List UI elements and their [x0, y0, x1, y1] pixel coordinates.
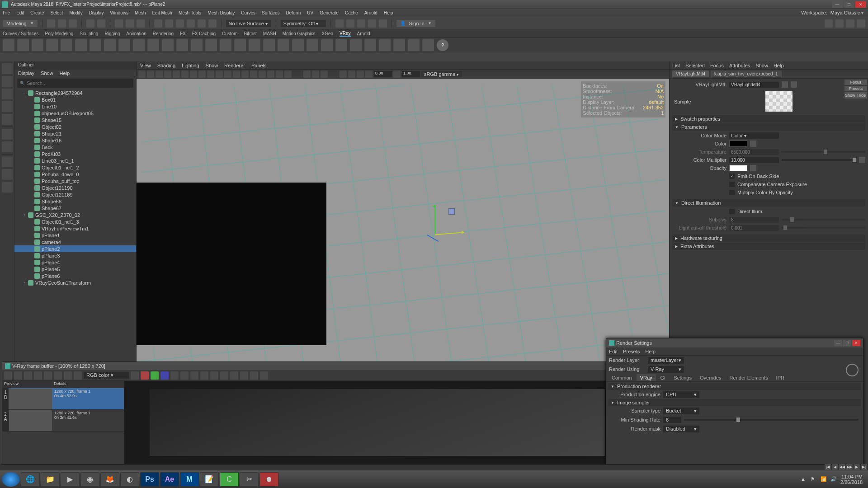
vp-tool-icon[interactable] — [303, 70, 311, 78]
rotate-tool-icon[interactable] — [2, 101, 13, 112]
taskbar-app-icon[interactable]: C — [220, 472, 239, 487]
rs-tab-ipr[interactable]: IPR — [773, 374, 788, 381]
vp-tool-icon[interactable] — [190, 70, 197, 78]
menu-edit-mesh[interactable]: Edit Mesh — [152, 10, 172, 15]
outliner-menu-show[interactable]: Show — [41, 70, 53, 77]
shelf-icon[interactable] — [3, 39, 14, 51]
taskbar-notes-icon[interactable]: 📝 — [200, 472, 219, 487]
vp-tool-icon[interactable] — [276, 70, 283, 78]
vfb-blue-channel-icon[interactable] — [160, 371, 169, 380]
outliner-item[interactable]: Object02 — [14, 123, 136, 130]
layout-icon-4[interactable] — [857, 19, 865, 28]
vfb-red-channel-icon[interactable] — [141, 371, 149, 380]
vp-tool-icon[interactable] — [156, 70, 163, 78]
outliner-item[interactable]: Shape16 — [14, 137, 136, 144]
shelf-icon[interactable] — [307, 39, 318, 51]
menu-help[interactable]: Help — [384, 10, 393, 15]
shelf-icon[interactable] — [17, 39, 29, 51]
vfb-history-item[interactable]: 1B1280 x 720, frame 10h 4m 52.9s — [2, 388, 124, 410]
gizmo-y-axis[interactable] — [434, 206, 435, 234]
exposure-field[interactable]: 0.00 — [374, 71, 392, 77]
pause-icon[interactable] — [379, 19, 387, 28]
outliner-item[interactable]: Shape67 — [14, 205, 136, 211]
vfb-history-item[interactable]: 2A1280 x 720, frame 10h 3m 41.6s — [2, 410, 124, 432]
vp-tool-icon[interactable] — [312, 70, 319, 78]
vp-tool-icon[interactable] — [233, 70, 240, 78]
shelf-icon[interactable] — [249, 39, 260, 51]
vp-tool-icon[interactable] — [284, 70, 292, 78]
node-name-field[interactable]: VRayLightMtl4 — [729, 82, 779, 88]
vfb-image-area[interactable] — [124, 381, 630, 464]
vfb-tool-icon[interactable] — [190, 371, 198, 380]
minimize-button[interactable]: — — [832, 1, 843, 8]
shelf-icon[interactable] — [292, 39, 304, 51]
rs-tab-gi[interactable]: GI — [657, 374, 670, 381]
taskbar-explorer-icon[interactable]: 📁 — [41, 472, 60, 487]
outliner-item[interactable]: pPlane3 — [14, 252, 136, 259]
snap-grid-icon[interactable] — [154, 19, 162, 28]
save-scene-icon[interactable] — [69, 19, 77, 28]
play-forward-button[interactable]: ▶▶ — [846, 464, 853, 470]
shelf-icon[interactable] — [133, 39, 145, 51]
menu-uv[interactable]: UV — [307, 10, 313, 15]
render-layer-dropdown[interactable]: masterLayer▾ — [648, 357, 684, 364]
ae-tab-show[interactable]: Show — [755, 63, 768, 68]
shelf-icon[interactable] — [176, 39, 188, 51]
render-frame-icon[interactable] — [346, 19, 354, 28]
vp-tool-icon[interactable] — [259, 70, 266, 78]
shelf-icon[interactable] — [321, 39, 333, 51]
outliner-search-input[interactable]: Search... — [17, 79, 133, 88]
map-button-icon[interactable] — [859, 157, 865, 163]
section-hardware-texturing[interactable]: Hardware texturing — [672, 235, 865, 242]
symmetry-field[interactable]: Symmetry: Off ▾ — [281, 20, 326, 27]
shelf-tab-curves[interactable]: Curves / Surfaces — [3, 31, 38, 36]
go-to-end-button[interactable]: ▶| — [861, 464, 867, 470]
signin-dropdown[interactable]: 👤 Sign In▼ — [396, 20, 435, 27]
rs-tab-render-elements[interactable]: Render Elements — [726, 374, 772, 381]
outliner-item[interactable]: pPlane4 — [14, 259, 136, 266]
open-scene-icon[interactable] — [58, 19, 66, 28]
shelf-icon[interactable] — [364, 39, 376, 51]
snap-curve-icon[interactable] — [165, 19, 173, 28]
map-button-icon[interactable] — [750, 141, 756, 147]
outliner-item[interactable]: +GSC_X20_Z370_02 — [14, 211, 136, 218]
ae-show-button[interactable]: Show — [844, 93, 856, 98]
rs-section-image-sampler[interactable]: Image sampler — [608, 399, 861, 406]
vfb-green-channel-icon[interactable] — [151, 371, 159, 380]
taskbar-firefox-icon[interactable]: 🦊 — [100, 472, 119, 487]
taskbar-chrome-icon[interactable]: ◉ — [80, 472, 99, 487]
lasso-icon[interactable] — [126, 19, 134, 28]
new-scene-icon[interactable] — [47, 19, 55, 28]
outliner-item[interactable]: Pohuha_down_0 — [14, 171, 136, 178]
tray-clock[interactable]: 11:04 PM 2/26/2018 — [840, 474, 863, 485]
menu-select[interactable]: Select — [50, 10, 63, 15]
shelf-icon[interactable] — [422, 39, 434, 51]
emit-backside-checkbox[interactable]: ✓ — [729, 174, 735, 179]
vp-tool-icon[interactable] — [147, 70, 154, 78]
layout-custom-icon[interactable] — [2, 182, 13, 192]
shelf-icon[interactable] — [162, 39, 174, 51]
taskbar-app-icon[interactable]: ✂ — [240, 472, 259, 487]
layout-icon-1[interactable] — [825, 19, 833, 28]
color-mode-dropdown[interactable]: Color ▾ — [729, 132, 779, 139]
menu-mesh[interactable]: Mesh — [135, 10, 146, 15]
opacity-swatch[interactable] — [729, 165, 747, 171]
shelf-icon[interactable] — [220, 39, 231, 51]
select-tool-icon[interactable] — [2, 63, 13, 74]
shelf-tab-bifrost[interactable]: Bifrost — [244, 31, 256, 36]
shelf-icon[interactable] — [335, 39, 347, 51]
vp-tool-icon[interactable] — [348, 70, 355, 78]
vfb-tool-icon[interactable] — [34, 371, 42, 380]
menu-deform[interactable]: Deform — [286, 10, 301, 15]
taskbar-photoshop-icon[interactable]: Ps — [140, 472, 159, 487]
taskbar-maya-icon[interactable]: M — [180, 472, 199, 487]
rs-menu-help[interactable]: Help — [645, 349, 656, 354]
vp-tool-icon[interactable] — [340, 70, 347, 78]
vfb-tool-icon[interactable] — [250, 371, 258, 380]
rs-section-production[interactable]: Production renderer — [608, 383, 861, 390]
outliner-item[interactable]: Object121190 — [14, 184, 136, 191]
shelf-icon[interactable] — [234, 39, 246, 51]
vp-tool-icon[interactable] — [207, 70, 214, 78]
multiply-opacity-checkbox[interactable] — [729, 190, 735, 195]
menu-generate[interactable]: Generate — [320, 10, 339, 15]
